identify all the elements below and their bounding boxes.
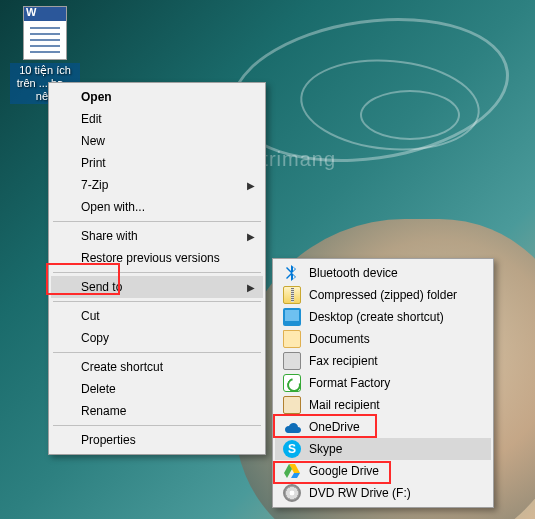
menu-print[interactable]: Print [51, 152, 263, 174]
bluetooth-icon [283, 264, 301, 282]
menu-open-with[interactable]: Open with... [51, 196, 263, 218]
menu-properties[interactable]: Properties [51, 429, 263, 451]
sendto-compressed[interactable]: Compressed (zipped) folder [275, 284, 491, 306]
chevron-right-icon: ▶ [247, 231, 255, 242]
menu-cut[interactable]: Cut [51, 305, 263, 327]
menu-open[interactable]: Open [51, 86, 263, 108]
menu-edit[interactable]: Edit [51, 108, 263, 130]
sendto-google-drive[interactable]: Google Drive [275, 460, 491, 482]
documents-folder-icon [283, 330, 301, 348]
separator [53, 352, 261, 353]
skype-icon: S [283, 440, 301, 458]
sendto-bluetooth[interactable]: Bluetooth device [275, 262, 491, 284]
menu-send-to[interactable]: Send to▶ [51, 276, 263, 298]
context-menu: Open Edit New Print 7-Zip▶ Open with... … [48, 82, 266, 455]
sendto-skype[interactable]: S Skype [275, 438, 491, 460]
separator [53, 221, 261, 222]
mail-icon [283, 396, 301, 414]
format-factory-icon [283, 374, 301, 392]
menu-copy[interactable]: Copy [51, 327, 263, 349]
zip-folder-icon [283, 286, 301, 304]
menu-restore-versions[interactable]: Restore previous versions [51, 247, 263, 269]
sendto-mail[interactable]: Mail recipient [275, 394, 491, 416]
menu-7zip[interactable]: 7-Zip▶ [51, 174, 263, 196]
sendto-documents[interactable]: Documents [275, 328, 491, 350]
sendto-fax[interactable]: Fax recipient [275, 350, 491, 372]
fax-icon [283, 352, 301, 370]
menu-rename[interactable]: Rename [51, 400, 263, 422]
google-drive-icon [283, 462, 301, 480]
separator [53, 301, 261, 302]
separator [53, 272, 261, 273]
sendto-desktop[interactable]: Desktop (create shortcut) [275, 306, 491, 328]
separator [53, 425, 261, 426]
chevron-right-icon: ▶ [247, 180, 255, 191]
sendto-onedrive[interactable]: OneDrive [275, 416, 491, 438]
menu-create-shortcut[interactable]: Create shortcut [51, 356, 263, 378]
menu-delete[interactable]: Delete [51, 378, 263, 400]
sendto-submenu: Bluetooth device Compressed (zipped) fol… [272, 258, 494, 508]
menu-share-with[interactable]: Share with▶ [51, 225, 263, 247]
onedrive-icon [283, 418, 301, 436]
sendto-dvd[interactable]: DVD RW Drive (F:) [275, 482, 491, 504]
sendto-format-factory[interactable]: Format Factory [275, 372, 491, 394]
chevron-right-icon: ▶ [247, 282, 255, 293]
menu-new[interactable]: New [51, 130, 263, 152]
word-document-icon: W [23, 6, 67, 60]
desktop-icon [283, 308, 301, 326]
dvd-drive-icon [283, 484, 301, 502]
